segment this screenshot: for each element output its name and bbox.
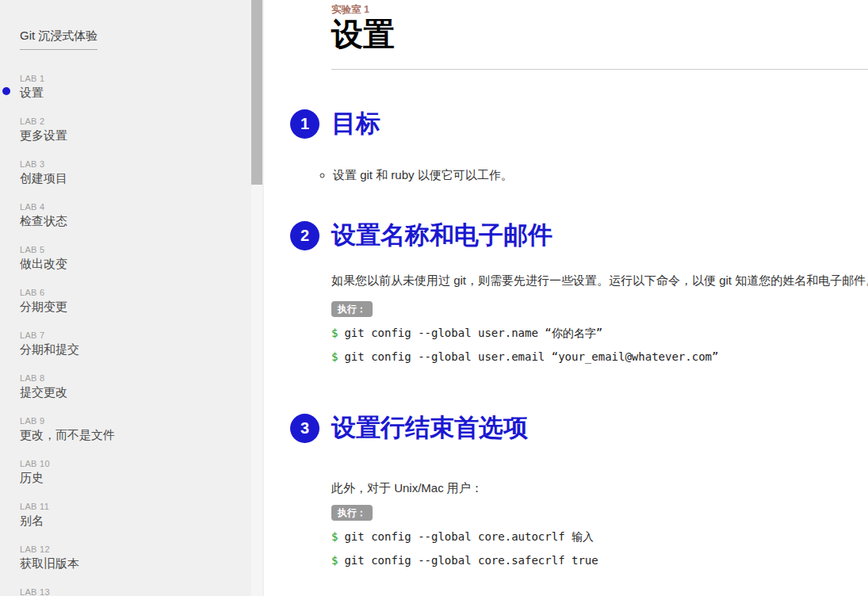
code-block-name-email: $git config --global user.name “你的名字” $g… — [331, 326, 868, 364]
sidebar-item[interactable]: LAB 2 更多设置 — [20, 117, 264, 143]
sidebar-item-lab-number: LAB 2 — [20, 117, 264, 126]
sidebar-item-label: 更改，而不是文件 — [20, 428, 264, 443]
sidebar-item[interactable]: LAB 11 别名 — [20, 502, 264, 529]
page-title: 设置 — [331, 17, 868, 52]
code-line: $git config --global user.email “your_em… — [331, 350, 868, 364]
sidebar-item[interactable]: LAB 12 获取旧版本 — [20, 544, 264, 571]
sidebar-scrollbar-thumb[interactable] — [251, 0, 262, 185]
section-number-badge: 1 — [290, 109, 319, 139]
site-title-link[interactable]: Git 沉浸式体验 — [20, 29, 98, 50]
current-lab-dot — [2, 87, 10, 95]
sidebar-item-lab-number: LAB 13 — [20, 587, 264, 596]
section-name-email-header: 2 设置名称和电子邮件 — [290, 219, 868, 252]
section-name-email-heading: 设置名称和电子邮件 — [331, 219, 553, 252]
sidebar-scrollbar-track[interactable] — [251, 0, 262, 596]
goal-item: 设置 git 和 ruby 以便它可以工作。 — [333, 167, 868, 182]
sidebar-item-label: 做出改变 — [20, 257, 264, 272]
section-line-endings-header: 3 设置行结束首选项 — [290, 411, 868, 445]
shell-prompt: $ — [331, 554, 338, 567]
section-number-badge: 3 — [290, 414, 319, 443]
sidebar-item-label: 分期和提交 — [20, 342, 264, 357]
code-text: git config --global user.name “你的名字” — [344, 327, 602, 339]
shell-prompt: $ — [331, 530, 338, 543]
sidebar-item-label: 分期变更 — [20, 300, 264, 315]
section-line-endings-heading: 设置行结束首选项 — [331, 411, 528, 445]
sidebar-item[interactable]: LAB 10 历史 — [20, 459, 264, 486]
sidebar-item-lab-number: LAB 6 — [20, 288, 264, 297]
sidebar-item-lab-number: LAB 9 — [20, 416, 264, 426]
sidebar-item-lab-number: LAB 5 — [20, 245, 264, 254]
sidebar-item-lab-number: LAB 4 — [20, 202, 264, 212]
sidebar-item[interactable]: LAB 3 创建项目 — [20, 159, 264, 186]
code-line: $git config --global core.autocrlf 输入 — [331, 529, 868, 544]
main-content: 实验室 1 设置 1 目标 设置 git 和 ruby 以便它可以工作。 2 设… — [264, 0, 868, 596]
lab-kicker: 实验室 1 — [331, 3, 868, 17]
sidebar-item-lab-number: LAB 1 — [20, 74, 264, 83]
sidebar-item[interactable]: LAB 7 分期和提交 — [20, 330, 264, 357]
sidebar-item[interactable]: LAB 1 设置 — [20, 74, 264, 101]
code-text: git config --global user.email “your_ema… — [344, 350, 718, 363]
sidebar-nav: LAB 1 设置 LAB 2 更多设置 LAB 3 创建项目 LAB 4 检查状… — [0, 74, 264, 596]
name-email-intro: 如果您以前从未使用过 git，则需要先进行一些设置。运行以下命令，以便 git … — [331, 273, 868, 288]
sidebar-item-label: 创建项目 — [20, 171, 264, 186]
sidebar-item[interactable]: LAB 13 标记版本 — [20, 587, 264, 596]
sidebar-item[interactable]: LAB 5 做出改变 — [20, 245, 264, 272]
execute-badge-row: 执行： — [331, 505, 868, 521]
sidebar-item-lab-number: LAB 11 — [20, 502, 264, 511]
sidebar-item-lab-number: LAB 12 — [20, 544, 264, 554]
sidebar-item-label: 设置 — [20, 86, 264, 101]
shell-prompt: $ — [331, 327, 338, 339]
sidebar-item[interactable]: LAB 9 更改，而不是文件 — [20, 416, 264, 443]
sidebar-item-lab-number: LAB 7 — [20, 330, 264, 340]
shell-prompt: $ — [331, 350, 338, 363]
code-text: git config --global core.autocrlf 输入 — [344, 530, 594, 543]
code-line: $git config --global user.name “你的名字” — [331, 326, 868, 340]
sidebar-item-lab-number: LAB 3 — [20, 159, 264, 169]
title-divider — [331, 69, 868, 70]
execute-badge: 执行： — [331, 301, 373, 317]
section-goals-heading: 目标 — [331, 107, 380, 140]
code-line: $git config --global core.safecrlf true — [331, 553, 868, 567]
sidebar-item-lab-number: LAB 8 — [20, 373, 264, 383]
code-text: git config --global core.safecrlf true — [344, 554, 598, 567]
goals-list: 设置 git 和 ruby 以便它可以工作。 — [320, 167, 868, 182]
section-number-badge: 2 — [290, 221, 319, 250]
sidebar-item[interactable]: LAB 6 分期变更 — [20, 288, 264, 315]
sidebar-item-label: 更多设置 — [20, 128, 264, 143]
sidebar-item-label: 历史 — [20, 471, 264, 486]
section-goals-header: 1 目标 — [290, 107, 868, 140]
execute-badge-row: 执行： — [331, 301, 868, 317]
sidebar-item-label: 获取旧版本 — [20, 556, 264, 571]
sidebar-item[interactable]: LAB 4 检查状态 — [20, 202, 264, 229]
execute-badge: 执行： — [331, 505, 373, 521]
sidebar-item-label: 检查状态 — [20, 214, 264, 229]
line-endings-intro: 此外，对于 Unix/Mac 用户： — [331, 480, 868, 495]
code-block-line-endings: $git config --global core.autocrlf 输入 $g… — [331, 529, 868, 567]
sidebar-item-lab-number: LAB 10 — [20, 459, 264, 468]
sidebar: Git 沉浸式体验 LAB 1 设置 LAB 2 更多设置 LAB 3 创建项目… — [0, 0, 264, 596]
sidebar-item-label: 提交更改 — [20, 385, 264, 400]
sidebar-item-label: 别名 — [20, 514, 264, 529]
sidebar-item[interactable]: LAB 8 提交更改 — [20, 373, 264, 400]
